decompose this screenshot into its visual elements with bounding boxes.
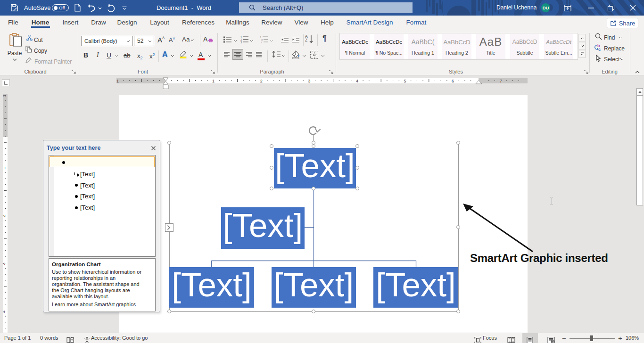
svg-text:i: i	[261, 41, 262, 44]
svg-text:c: c	[598, 47, 601, 51]
svg-text:7: 7	[500, 79, 502, 83]
svg-text:3: 3	[240, 41, 242, 44]
